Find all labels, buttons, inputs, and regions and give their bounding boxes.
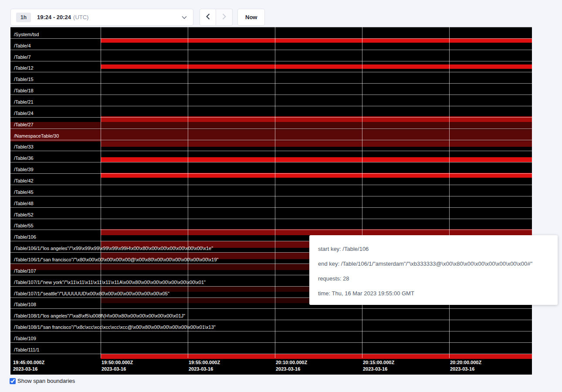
span-key-label: /Table/27 — [10, 122, 34, 128]
tick-date: 2023-03-16 — [13, 366, 44, 372]
span-key-label: /Table/36 — [10, 155, 34, 162]
heatmap-row[interactable]: /Table/109 — [10, 331, 532, 343]
heatmap-row[interactable]: /Table/108/1/"los angeles"/"\xa8\xf5\u00… — [10, 309, 532, 320]
span-key-label: /Table/108/1/"san francisco"/"\x8c\xcc\x… — [10, 324, 216, 331]
heatmap-row[interactable]: /Table/24 — [10, 106, 532, 118]
heatmap-row[interactable]: /NamespaceTable/30 — [10, 129, 532, 140]
tooltip-time: time: Thu, 16 Mar 2023 19:55:00 GMT — [318, 289, 549, 298]
span-key-label: /Table/106/1/"san francisco"/"\x80\x00\x… — [10, 257, 219, 264]
heatmap-row[interactable]: /Table/39 — [10, 162, 532, 174]
span-key-label: /Table/33 — [10, 144, 34, 151]
span-key-label: /Table/39 — [10, 167, 34, 173]
chevron-left-icon — [206, 14, 210, 21]
span-key-label: /Table/52 — [10, 212, 34, 219]
span-key-label: /Table/4 — [10, 43, 31, 50]
span-key-label: /Table/42 — [10, 178, 34, 185]
span-key-label: /Table/15 — [10, 77, 34, 83]
span-key-label: /Table/111/1 — [10, 347, 39, 354]
tick-time: 19:45:00.000Z — [13, 359, 44, 366]
tick-date: 2023-03-16 — [189, 366, 220, 372]
span-key-label: /Table/7 — [10, 54, 31, 61]
tooltip-start-key: start key: /Table/106 — [318, 245, 549, 253]
heatmap-row[interactable]: /Table/18 — [10, 84, 532, 95]
heatmap-row[interactable]: /Table/42 — [10, 174, 532, 185]
span-key-label: /Table/106 — [10, 234, 36, 241]
tick-date: 2023-03-16 — [102, 366, 133, 372]
span-boundaries-control: Show span boundaries — [10, 378, 75, 384]
tooltip-requests: requests: 28 — [318, 274, 549, 283]
range-timezone: (UTC) — [73, 14, 88, 20]
heatmap-row[interactable]: /Table/15 — [10, 72, 532, 84]
x-axis-tick: 20:15:00.000Z2023-03-16 — [363, 359, 394, 372]
span-key-label: /Table/107 — [10, 268, 36, 275]
heatmap-row[interactable]: /Table/27 — [10, 118, 532, 129]
x-axis-tick: 20:10:00.000Z2023-03-16 — [276, 359, 307, 372]
chevron-down-icon — [182, 16, 187, 19]
span-key-label: /Table/108 — [10, 302, 36, 308]
span-boundaries-label: Show span boundaries — [17, 378, 75, 384]
hover-tooltip: start key: /Table/106 end key: /Table/10… — [309, 235, 558, 305]
next-interval-button[interactable] — [216, 9, 233, 26]
tick-time: 20:15:00.000Z — [363, 359, 394, 366]
tooltip-end-key: end key: /Table/106/1/"amsterdam"/"\xb33… — [318, 260, 549, 268]
toolbar: 1h 19:24 - 20:24 (UTC) Now — [10, 9, 265, 26]
prev-interval-button[interactable] — [200, 9, 216, 26]
span-key-label: /Table/108/1/"los angeles"/"\xa8\xf5\u00… — [10, 313, 185, 320]
heatmap-row[interactable]: /Table/48 — [10, 196, 532, 208]
span-key-label: /Table/12 — [10, 65, 34, 72]
tick-date: 2023-03-16 — [363, 366, 394, 372]
range-duration-badge: 1h — [16, 13, 31, 22]
tick-time: 20:20:00.000Z — [450, 359, 481, 366]
span-key-label: /Table/45 — [10, 189, 34, 196]
x-axis: 19:45:00.000Z2023-03-1619:50:00.000Z2023… — [10, 359, 532, 373]
heatmap-row[interactable]: /Table/4 — [10, 39, 532, 50]
heatmap-row[interactable]: /Table/111/1 — [10, 343, 532, 354]
heatmap-row[interactable]: /Table/36 — [10, 151, 532, 162]
span-key-label: /Table/109 — [10, 336, 36, 342]
key-visualizer-page: 1h 19:24 - 20:24 (UTC) Now /System/t — [0, 0, 562, 392]
span-key-label: /Table/24 — [10, 111, 34, 117]
span-key-label: /Table/48 — [10, 201, 34, 207]
tick-time: 19:55:00.000Z — [189, 359, 220, 366]
heatmap-row[interactable]: /Table/45 — [10, 185, 532, 196]
x-axis-tick: 19:55:00.000Z2023-03-16 — [189, 359, 220, 372]
tick-time: 20:10:00.000Z — [276, 359, 307, 366]
heatmap-row[interactable]: /Table/12 — [10, 61, 532, 73]
time-range-dropdown[interactable]: 1h 19:24 - 20:24 (UTC) — [10, 9, 193, 26]
heatmap-row[interactable]: /System/tsd — [10, 27, 532, 39]
chevron-right-icon — [222, 14, 226, 21]
span-key-label: /Table/18 — [10, 88, 34, 95]
tick-time: 19:50:00.000Z — [102, 359, 133, 366]
range-label: 19:24 - 20:24 — [37, 14, 71, 20]
heatmap-row[interactable]: /Table/21 — [10, 95, 532, 106]
heatmap-rows: /System/tsd/Table/4/Table/7/Table/12/Tab… — [10, 27, 532, 354]
span-key-label: /System/tsd — [10, 32, 39, 38]
span-key-label: /Table/107/1/"new york"/"\x11\x11\x11\x1… — [10, 280, 206, 286]
heatmap-row[interactable]: /Table/33 — [10, 140, 532, 152]
heatmap-row[interactable]: /Table/52 — [10, 208, 532, 219]
x-axis-tick: 19:50:00.000Z2023-03-16 — [102, 359, 133, 372]
tick-date: 2023-03-16 — [450, 366, 481, 372]
heatmap-row[interactable]: /Table/7 — [10, 50, 532, 61]
x-axis-tick: 19:45:00.000Z2023-03-16 — [13, 359, 44, 372]
heatmap-row[interactable]: /Table/55 — [10, 219, 532, 230]
span-key-label: /Table/106/1/"los angeles"/"\x99\x99\x99… — [10, 246, 213, 252]
span-key-label: /Table/107/1/"seattle"/"UUUUUUD\x00\x80\… — [10, 291, 169, 297]
time-nav-group — [200, 9, 233, 26]
span-key-label: /NamespaceTable/30 — [10, 133, 59, 140]
tick-date: 2023-03-16 — [276, 366, 307, 372]
heatmap-canvas[interactable]: /System/tsd/Table/4/Table/7/Table/12/Tab… — [10, 27, 532, 375]
span-key-label: /Table/55 — [10, 223, 34, 230]
span-boundaries-checkbox[interactable] — [10, 378, 16, 384]
now-button[interactable]: Now — [237, 9, 265, 26]
heatmap-row[interactable]: /Table/108/1/"san francisco"/"\x8c\xcc\x… — [10, 320, 532, 331]
span-key-label: /Table/21 — [10, 99, 34, 106]
x-axis-tick: 20:20:00.000Z2023-03-16 — [450, 359, 481, 372]
